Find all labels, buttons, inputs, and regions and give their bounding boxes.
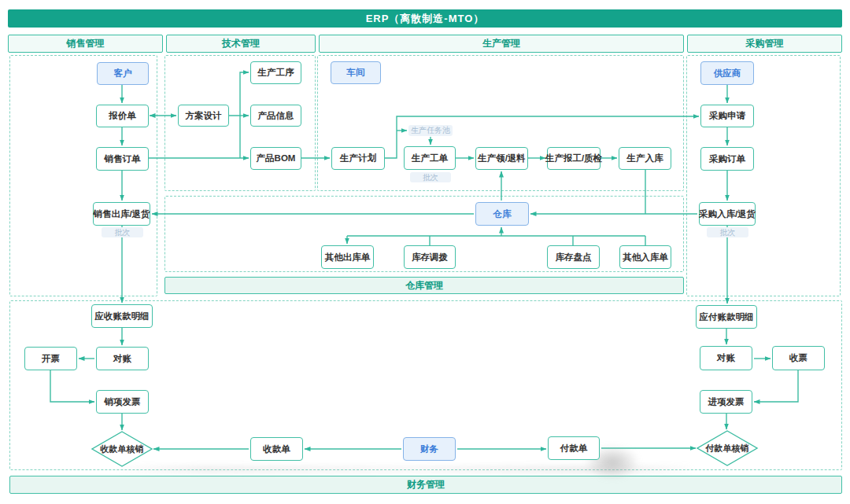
node-other-outbound-label: 其他出库单 <box>325 252 371 263</box>
node-production-inbound[interactable]: 生产入库 <box>619 147 671 170</box>
node-production-plan-label: 生产计划 <box>340 153 376 164</box>
node-purchase-in-return-label: 采购入库/退货 <box>699 208 756 220</box>
tag-batch-workorder: 批次 <box>410 172 451 182</box>
node-product-info-label: 产品信息 <box>258 110 294 122</box>
lane-header-procurement-label: 采购管理 <box>746 37 784 50</box>
lane-header-tech: 技术管理 <box>166 35 316 53</box>
node-production-work-order[interactable]: 生产工单 <box>404 146 456 170</box>
lane-header-production-label: 生产管理 <box>482 37 520 50</box>
tag-batch-sales-label: 批次 <box>115 227 131 238</box>
node-stock-count-label: 库存盘点 <box>556 252 592 263</box>
node-payment-writeoff-label: 付款单核销 <box>706 443 749 454</box>
node-receipt-note-label: 收款单 <box>263 443 290 455</box>
node-supplier-label: 供应商 <box>714 68 741 79</box>
lane-header-tech-label: 技术管理 <box>222 37 260 50</box>
node-reconciliation-left-label: 对账 <box>113 353 131 365</box>
node-sales-order-label: 销售订单 <box>105 153 141 165</box>
node-customer[interactable]: 客户 <box>97 62 149 85</box>
node-other-inbound-label: 其他入库单 <box>623 252 668 263</box>
node-sales-invoice-label: 销项发票 <box>105 396 141 408</box>
node-receipt-note[interactable]: 收款单 <box>250 437 303 461</box>
region-procurement <box>686 55 841 296</box>
node-reconciliation-right[interactable]: 对账 <box>700 346 752 370</box>
node-production-work-order-label: 生产工单 <box>412 153 448 164</box>
tag-task-pool-label: 生产任务池 <box>411 125 450 136</box>
node-sales-invoice[interactable]: 销项发票 <box>96 390 149 414</box>
lane-header-sales-label: 销售管理 <box>67 37 105 50</box>
node-ap-detail-label: 应付账款明细 <box>700 311 754 323</box>
node-product-bom-label: 产品BOM <box>257 153 296 164</box>
node-production-issue-return[interactable]: 生产领/退料 <box>475 147 528 170</box>
node-receipt-writeoff[interactable]: 收款单核销 <box>92 432 152 466</box>
node-purchase-order[interactable]: 采购订单 <box>700 147 754 171</box>
region-sales <box>9 55 157 296</box>
node-other-inbound[interactable]: 其他入库单 <box>619 245 671 269</box>
node-ap-detail[interactable]: 应付账款明细 <box>696 305 757 329</box>
node-scheme-design-label: 方案设计 <box>186 110 222 122</box>
node-production-report-qc[interactable]: 生产报工/质检 <box>547 147 601 170</box>
node-product-bom[interactable]: 产品BOM <box>250 147 301 170</box>
node-purchase-request[interactable]: 采购申请 <box>700 105 754 127</box>
node-payment-note[interactable]: 付款单 <box>548 436 600 460</box>
node-stock-transfer-label: 库存调拨 <box>412 252 448 263</box>
node-product-info[interactable]: 产品信息 <box>250 105 301 127</box>
node-ar-detail-label: 应收账款明细 <box>95 311 150 322</box>
node-scheme-design[interactable]: 方案设计 <box>178 105 229 127</box>
lane-bar-warehouse-label: 仓库管理 <box>405 279 443 292</box>
node-receive-invoice-label: 收票 <box>789 352 808 364</box>
diagram-title: ERP（离散制造-MTO） <box>366 12 485 26</box>
node-payment-writeoff[interactable]: 付款单核销 <box>697 431 757 465</box>
node-quotation[interactable]: 报价单 <box>96 105 149 127</box>
node-production-report-qc-label: 生产报工/质检 <box>545 153 602 164</box>
node-ar-detail[interactable]: 应收账款明细 <box>91 304 153 328</box>
tag-batch-sales: 批次 <box>102 227 143 237</box>
node-payment-note-label: 付款单 <box>560 443 588 454</box>
tag-batch-purchase: 批次 <box>707 227 748 237</box>
node-stock-transfer[interactable]: 库存调拨 <box>404 245 456 269</box>
node-production-plan[interactable]: 生产计划 <box>331 147 385 170</box>
lane-header-sales: 销售管理 <box>8 35 163 53</box>
node-customer-label: 客户 <box>114 68 132 79</box>
lane-bar-finance: 财务管理 <box>9 476 842 494</box>
node-reconciliation-left[interactable]: 对账 <box>96 347 149 370</box>
node-production-inbound-label: 生产入库 <box>627 153 663 164</box>
node-finance-dept[interactable]: 财务 <box>403 437 456 461</box>
node-production-process-label: 生产工序 <box>258 67 294 79</box>
node-finance-dept-label: 财务 <box>420 443 438 455</box>
node-receipt-writeoff-label: 收款单核销 <box>101 443 144 455</box>
node-production-issue-return-label: 生产领/退料 <box>478 153 526 164</box>
node-invoicing[interactable]: 开票 <box>24 347 77 370</box>
lane-header-procurement: 采购管理 <box>687 35 842 53</box>
node-receive-invoice[interactable]: 收票 <box>772 346 825 370</box>
node-purchase-invoice[interactable]: 进项发票 <box>700 390 752 414</box>
node-purchase-order-label: 采购订单 <box>709 153 745 165</box>
node-sales-out-return-label: 销售出库/退货 <box>93 208 150 220</box>
node-sales-out-return[interactable]: 销售出库/退货 <box>93 202 150 226</box>
node-production-process[interactable]: 生产工序 <box>250 61 301 84</box>
node-purchase-in-return[interactable]: 采购入库/退货 <box>699 202 756 226</box>
tag-batch-workorder-label: 批次 <box>423 172 438 183</box>
node-supplier[interactable]: 供应商 <box>700 61 754 85</box>
node-sales-order[interactable]: 销售订单 <box>96 147 149 171</box>
node-warehouse-label: 仓库 <box>493 208 512 220</box>
node-workshop-label: 车间 <box>347 67 365 79</box>
tag-task-pool: 生产任务池 <box>408 125 453 136</box>
lane-bar-finance-label: 财务管理 <box>407 478 445 491</box>
node-reconciliation-right-label: 对账 <box>717 352 735 364</box>
diagram-title-bar: ERP（离散制造-MTO） <box>8 9 842 28</box>
node-other-outbound[interactable]: 其他出库单 <box>321 245 374 269</box>
node-invoicing-label: 开票 <box>42 353 60 365</box>
node-purchase-request-label: 采购申请 <box>709 110 745 122</box>
node-purchase-invoice-label: 进项发票 <box>708 396 745 408</box>
erp-flow-diagram: ERP（离散制造-MTO） 销售管理 技术管理 生产管理 采购管理 仓库管理 财… <box>0 0 850 504</box>
node-stock-count[interactable]: 库存盘点 <box>547 245 600 269</box>
node-quotation-label: 报价单 <box>109 110 136 122</box>
node-warehouse[interactable]: 仓库 <box>475 202 529 226</box>
node-workshop[interactable]: 车间 <box>331 61 381 84</box>
tag-batch-purchase-label: 批次 <box>720 227 736 238</box>
lane-bar-warehouse: 仓库管理 <box>164 277 684 294</box>
watermark-blur-streak <box>118 465 693 473</box>
lane-header-production: 生产管理 <box>319 35 684 53</box>
